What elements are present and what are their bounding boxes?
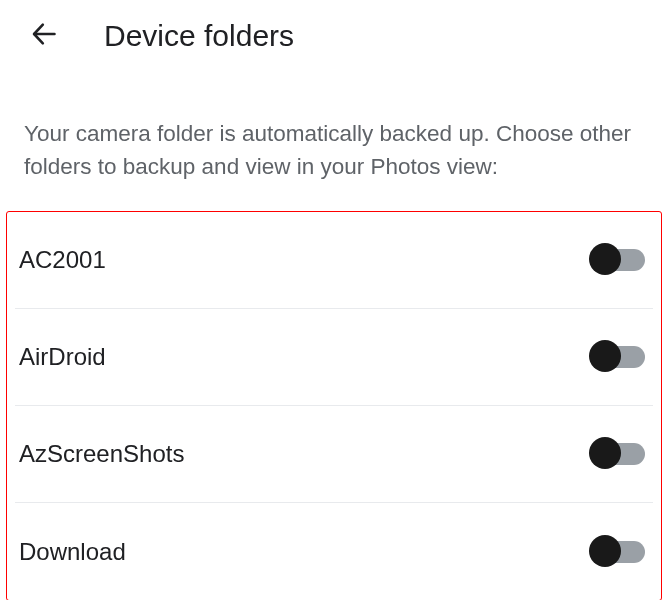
list-item: Download — [15, 503, 653, 600]
folder-toggle-azscreenshots[interactable] — [593, 443, 645, 465]
list-item: AzScreenShots — [15, 406, 653, 503]
description-text: Your camera folder is automatically back… — [0, 72, 672, 211]
folder-label: AzScreenShots — [19, 440, 184, 468]
toggle-thumb-icon — [589, 243, 621, 275]
folder-list: AC2001 AirDroid AzScreenShots Download — [6, 211, 662, 600]
folder-label: AirDroid — [19, 343, 106, 371]
header: Device folders — [0, 0, 672, 72]
toggle-thumb-icon — [589, 437, 621, 469]
folder-label: Download — [19, 538, 126, 566]
folder-toggle-download[interactable] — [593, 541, 645, 563]
folder-toggle-ac2001[interactable] — [593, 249, 645, 271]
arrow-back-icon — [30, 20, 58, 52]
list-item: AirDroid — [15, 309, 653, 406]
back-button[interactable] — [24, 16, 64, 56]
folder-toggle-airdroid[interactable] — [593, 346, 645, 368]
toggle-thumb-icon — [589, 340, 621, 372]
toggle-thumb-icon — [589, 535, 621, 567]
list-item: AC2001 — [15, 212, 653, 309]
folder-label: AC2001 — [19, 246, 106, 274]
page-title: Device folders — [104, 19, 294, 53]
